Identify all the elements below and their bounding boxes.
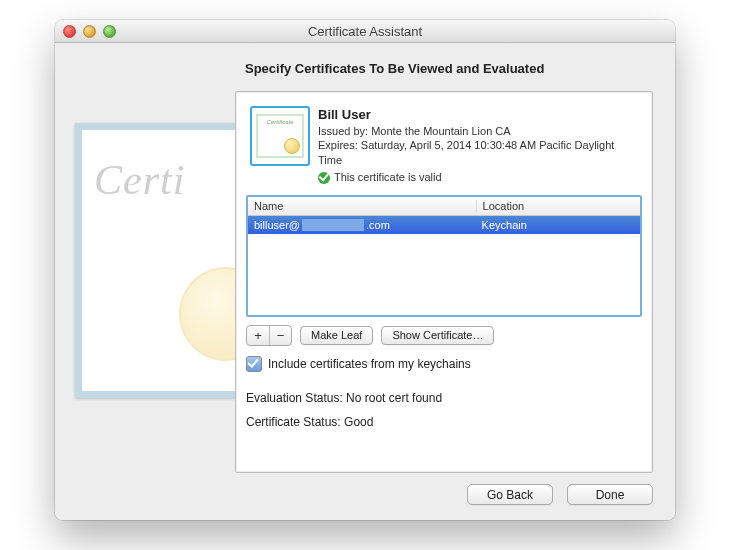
- expires-row: Expires: Saturday, April 5, 2014 10:30:4…: [318, 138, 638, 168]
- certificate-summary: Certificate Bill User Issued by: Monte t…: [246, 100, 642, 195]
- name-prefix: billuser@: [254, 219, 300, 231]
- column-header-name[interactable]: Name: [248, 200, 477, 212]
- certificate-table[interactable]: Name Location billuser@ .com Keychain: [246, 195, 642, 317]
- column-header-location[interactable]: Location: [477, 200, 640, 212]
- table-toolbar: + − Make Leaf Show Certificate…: [246, 325, 642, 346]
- cell-name: billuser@ .com: [248, 219, 476, 231]
- validity-text: This certificate is valid: [334, 170, 442, 185]
- name-suffix: .com: [366, 219, 390, 231]
- validity-row: This certificate is valid: [318, 170, 638, 185]
- zoom-icon[interactable]: [103, 25, 116, 38]
- certificate-status-label: Certificate Status:: [246, 415, 341, 429]
- certificate-icon: Certificate: [250, 106, 308, 164]
- expires-label: Expires:: [318, 139, 358, 151]
- cell-location: Keychain: [476, 219, 640, 231]
- done-button[interactable]: Done: [567, 484, 653, 505]
- close-icon[interactable]: [63, 25, 76, 38]
- certificate-status-value: Good: [341, 415, 374, 429]
- evaluation-status-label: Evaluation Status:: [246, 391, 343, 405]
- include-keychains-label: Include certificates from my keychains: [268, 357, 471, 371]
- make-leaf-button[interactable]: Make Leaf: [300, 326, 373, 345]
- titlebar: Certificate Assistant: [55, 20, 675, 43]
- table-header: Name Location: [248, 197, 640, 216]
- redacted-segment: [302, 219, 364, 231]
- traffic-lights: [55, 25, 116, 38]
- certificate-meta: Bill User Issued by: Monte the Mountain …: [318, 106, 638, 185]
- evaluation-status-value: No root cert found: [343, 391, 442, 405]
- add-button[interactable]: +: [247, 326, 269, 345]
- certificate-name: Bill User: [318, 106, 638, 124]
- checkbox-icon[interactable]: [246, 356, 262, 372]
- go-back-button[interactable]: Go Back: [467, 484, 553, 505]
- issued-by-label: Issued by:: [318, 125, 368, 137]
- status-block: Evaluation Status: No root cert found Ce…: [246, 386, 642, 434]
- expires-value: Saturday, April 5, 2014 10:30:48 AM Paci…: [318, 139, 614, 166]
- issued-by-row: Issued by: Monte the Mountain Lion CA: [318, 124, 638, 139]
- certificate-status-row: Certificate Status: Good: [246, 410, 642, 434]
- window: Certificate Assistant Certi Specify Cert…: [55, 20, 675, 520]
- table-row[interactable]: billuser@ .com Keychain: [248, 216, 640, 234]
- watermark-script: Certi: [94, 156, 251, 204]
- add-remove-segment: + −: [246, 325, 292, 346]
- remove-button[interactable]: −: [269, 326, 291, 345]
- valid-check-icon: [318, 172, 330, 184]
- main-panel: Certificate Bill User Issued by: Monte t…: [235, 91, 653, 473]
- evaluation-status-row: Evaluation Status: No root cert found: [246, 386, 642, 410]
- minimize-icon[interactable]: [83, 25, 96, 38]
- window-title: Certificate Assistant: [55, 24, 675, 39]
- content-area: Certi Specify Certificates To Be Viewed …: [55, 43, 675, 520]
- include-keychains-checkbox[interactable]: Include certificates from my keychains: [246, 356, 642, 372]
- show-certificate-button[interactable]: Show Certificate…: [381, 326, 494, 345]
- table-body: billuser@ .com Keychain: [248, 216, 640, 315]
- issued-by-value: Monte the Mountain Lion CA: [368, 125, 510, 137]
- page-heading: Specify Certificates To Be Viewed and Ev…: [245, 43, 675, 86]
- footer-buttons: Go Back Done: [467, 484, 653, 505]
